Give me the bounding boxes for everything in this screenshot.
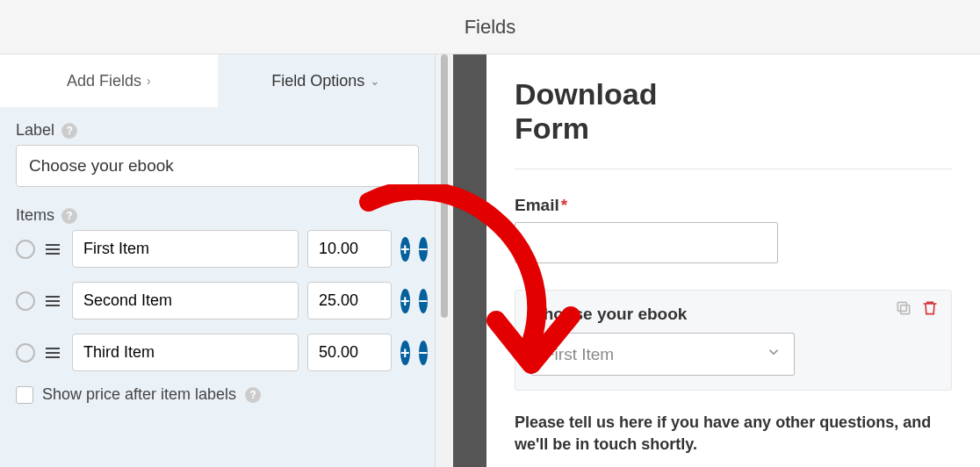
panel-tabs: Add Fields › Field Options ⌄ [0, 54, 435, 107]
drag-handle-icon[interactable] [44, 344, 63, 362]
left-panel: Add Fields › Field Options ⌄ Label ? Ite… [0, 54, 436, 467]
remove-item-button[interactable]: − [419, 237, 429, 262]
show-price-checkbox-row[interactable]: Show price after item labels ? [16, 385, 419, 404]
drag-handle-icon[interactable] [44, 292, 63, 310]
radio-select[interactable] [16, 240, 35, 259]
form-preview: Download Form Email* Choose your ebook F… [486, 54, 980, 467]
tab-label: Add Fields [67, 72, 141, 90]
panel-divider [436, 54, 486, 467]
email-input[interactable] [515, 222, 778, 263]
page-header: Fields [0, 0, 980, 54]
chevron-down-icon: ⌄ [370, 74, 380, 88]
item-name-input[interactable] [72, 282, 299, 320]
help-icon[interactable]: ? [245, 387, 261, 403]
add-item-button[interactable]: + [400, 341, 410, 365]
selected-field-block[interactable]: Choose your ebook First Item [515, 290, 952, 391]
checkbox-icon[interactable] [16, 386, 33, 404]
item-price-input[interactable] [307, 282, 392, 320]
label-heading: Label [16, 121, 54, 140]
radio-select[interactable] [16, 343, 35, 363]
email-label: Email* [515, 196, 952, 215]
trash-icon[interactable] [921, 299, 939, 317]
remove-item-button[interactable]: − [419, 289, 429, 313]
dropdown-value: First Item [544, 345, 614, 364]
label-input[interactable] [16, 145, 419, 187]
drag-handle-icon[interactable] [44, 241, 63, 258]
tab-add-fields[interactable]: Add Fields › [0, 54, 218, 107]
add-item-button[interactable]: + [400, 237, 410, 262]
item-row: + − [16, 282, 419, 320]
item-price-input[interactable] [307, 230, 392, 268]
header-title: Fields [465, 16, 516, 39]
show-price-label: Show price after item labels [42, 385, 236, 404]
duplicate-icon[interactable] [895, 299, 912, 317]
item-name-input[interactable] [72, 230, 299, 268]
tab-label: Field Options [271, 72, 364, 90]
chevron-right-icon: › [147, 74, 151, 88]
scrollbar-thumb[interactable] [441, 54, 448, 318]
help-text: Please tell us here if you have any othe… [515, 412, 952, 456]
radio-select[interactable] [16, 291, 35, 311]
item-row: + − [16, 230, 419, 268]
dropdown-label: Choose your ebook [531, 305, 935, 324]
item-row: + − [16, 334, 419, 371]
items-heading: Items [16, 206, 54, 225]
tab-field-options[interactable]: Field Options ⌄ [218, 54, 436, 107]
svg-rect-0 [901, 305, 910, 314]
chevron-down-icon [766, 344, 782, 364]
required-mark: * [561, 196, 567, 214]
item-name-input[interactable] [72, 334, 299, 371]
help-icon[interactable]: ? [61, 208, 77, 224]
divider [515, 169, 952, 169]
dropdown-select[interactable]: First Item [531, 333, 795, 376]
item-price-input[interactable] [307, 334, 392, 371]
help-icon[interactable]: ? [61, 123, 77, 139]
remove-item-button[interactable]: − [419, 341, 429, 365]
add-item-button[interactable]: + [400, 289, 410, 313]
form-title: Download Form [515, 77, 708, 146]
svg-rect-1 [897, 303, 906, 312]
